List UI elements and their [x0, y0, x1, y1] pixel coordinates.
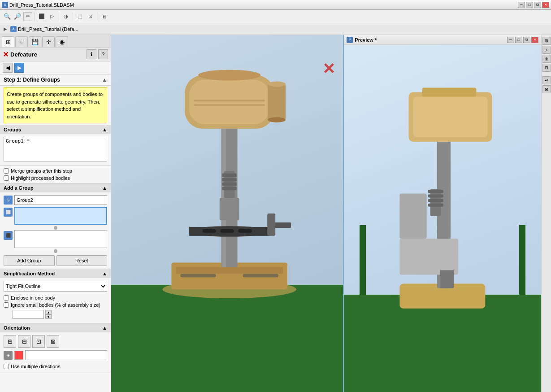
percent-row: 0.00% ▲ ▼ — [4, 309, 107, 320]
tree-expand-btn[interactable]: ▶ — [2, 26, 9, 33]
orient-btn-top[interactable]: ⊟ — [18, 335, 30, 348]
drag-dot-2 — [54, 249, 57, 253]
restore-btn[interactable]: ⧉ — [534, 2, 541, 8]
add-group-btn[interactable]: Add Group — [4, 255, 55, 266]
tab-circle[interactable]: ◉ — [56, 36, 68, 47]
rs-btn-4[interactable]: ⊟ — [542, 64, 551, 72]
drag-dot-1 — [54, 226, 57, 230]
help-btn[interactable]: ? — [98, 49, 108, 59]
toolbar-btn-2[interactable]: 🔎 — [13, 12, 22, 21]
toolbar-sep-4 — [97, 12, 97, 21]
enclose-checkbox[interactable] — [4, 295, 9, 301]
ignore-small-row: Ignore small bodies (% of assembly size) — [4, 301, 107, 309]
toolbar-btn-3[interactable]: ✏ — [23, 12, 32, 21]
add-reset-row: Add Group Reset — [4, 255, 107, 266]
toolbar-btn-8[interactable]: ⊡ — [86, 12, 95, 21]
reset-btn[interactable]: Reset — [56, 255, 108, 266]
panel-tabs: ⊞ ≡ 💾 ✛ ◉ — [0, 35, 111, 48]
color-input[interactable] — [25, 350, 107, 360]
back-btn[interactable]: ◀ — [3, 63, 13, 73]
forward-btn[interactable]: ▶ — [14, 63, 24, 73]
preview-close[interactable]: ✕ — [531, 37, 538, 43]
simplification-label: Simplification Method — [4, 271, 55, 276]
merge-checkbox-row: Merge groups after this step — [4, 167, 107, 174]
toolbar-btn-7[interactable]: ⬚ — [75, 12, 84, 21]
preview-restore[interactable]: ⧉ — [523, 37, 530, 43]
drill-press-preview — [364, 62, 521, 316]
feature-manager-bar: ▶ A Drill_Press_Tutorial (Defa... — [0, 23, 551, 35]
tab-plus[interactable]: ✛ — [42, 36, 55, 47]
groups-section-content: Group1 * — [0, 134, 111, 166]
app-title: Drill_Press_Tutorial.SLDASM — [9, 2, 74, 8]
tab-properties[interactable]: ≡ — [15, 36, 28, 47]
preview-maximize[interactable]: □ — [515, 37, 522, 43]
orient-btn-right[interactable]: ⊡ — [32, 335, 45, 348]
minimize-btn[interactable]: ─ — [518, 2, 525, 8]
app-icon: S — [2, 2, 8, 8]
groups-list[interactable]: Group1 * — [4, 137, 107, 161]
close-btn[interactable]: ✕ — [542, 2, 549, 8]
svg-point-25 — [198, 70, 260, 81]
multiple-dir-checkbox[interactable] — [4, 364, 9, 369]
percent-up-btn[interactable]: ▲ — [45, 310, 52, 314]
groups-section-header[interactable]: Groups ▲ — [0, 125, 111, 134]
rs-btn-3[interactable]: ◎ — [542, 55, 551, 63]
toolbar-btn-1[interactable]: 🔍 — [3, 12, 12, 21]
percent-input[interactable]: 0.00% — [13, 310, 44, 319]
toolbar-btn-4[interactable]: ⬛ — [37, 12, 46, 21]
rs-btn-5[interactable]: ↩ — [542, 76, 551, 84]
color-swatch-row: ◈ — [4, 350, 107, 360]
viewport-close-x[interactable]: ✕ — [322, 60, 335, 78]
toolbar-btn-9[interactable]: 🖥 — [100, 12, 108, 21]
preview-controls: ─ □ ⧉ ✕ — [507, 37, 538, 43]
orient-btn-front[interactable]: ⊞ — [4, 335, 16, 348]
multiple-directions-row: Use multiple directions — [4, 363, 107, 370]
assembly-label: Drill_Press_Tutorial (Defa... — [18, 26, 78, 32]
highlight-checkbox-row: Highlight processed bodies — [4, 174, 107, 182]
svg-rect-35 — [428, 190, 443, 193]
toolbar-btn-6[interactable]: ◑ — [61, 12, 70, 21]
orient-btn-iso[interactable]: ⊠ — [47, 335, 59, 348]
info-btn[interactable]: ℹ — [87, 49, 96, 59]
tab-config[interactable]: 💾 — [29, 36, 41, 47]
add-group-icon-2: ⬜ — [4, 208, 13, 217]
groups-collapse-icon: ▲ — [102, 127, 107, 132]
svg-rect-4 — [243, 274, 278, 277]
title-bar: S Drill_Press_Tutorial.SLDASM ─ □ ⧉ ✕ — [0, 0, 551, 10]
maximize-btn[interactable]: □ — [526, 2, 533, 8]
step1-info-box: Create groups of components and bodies t… — [4, 87, 107, 123]
toolbar-btn-5[interactable]: ▷ — [48, 12, 56, 21]
left-panel: ⊞ ≡ 💾 ✛ ◉ ✕ Defeature ℹ ? ◀ ▶ Step 1: De… — [0, 35, 111, 392]
group-name-input[interactable] — [14, 195, 107, 205]
svg-rect-24 — [194, 104, 265, 106]
add-group-header[interactable]: Add a Group ▲ — [0, 183, 111, 192]
main-toolbar: 🔍 🔎 ✏ ⬛ ▷ ◑ ⬚ ⊡ 🖥 — [0, 10, 551, 23]
add-group-content: G ⬜ ⬛ — [0, 192, 111, 269]
svg-rect-33 — [400, 193, 427, 239]
preview-minimize[interactable]: ─ — [507, 37, 514, 43]
percent-down-btn[interactable]: ▼ — [45, 314, 52, 319]
method-select[interactable]: Tight Fit Outline — [4, 281, 107, 292]
ignore-small-checkbox[interactable] — [4, 302, 9, 308]
svg-point-27 — [268, 82, 286, 87]
close-icon[interactable]: ✕ — [3, 50, 9, 59]
svg-rect-23 — [194, 100, 265, 101]
merge-checkbox[interactable] — [4, 168, 9, 174]
color-swatch[interactable] — [14, 351, 23, 360]
rs-btn-1[interactable]: ⊞ — [542, 37, 551, 45]
highlight-checkbox[interactable] — [4, 175, 9, 181]
tab-feature-manager[interactable]: ⊞ — [2, 36, 14, 47]
color-icon: ◈ — [4, 351, 13, 360]
rs-btn-6[interactable]: ⊠ — [542, 85, 551, 93]
window-controls: ─ □ ⧉ ✕ — [518, 2, 549, 8]
svg-rect-14 — [220, 198, 239, 220]
step1-collapse-icon[interactable]: ▲ — [102, 77, 107, 83]
simplification-header[interactable]: Simplification Method ▲ — [0, 269, 111, 278]
rs-btn-2[interactable]: ▷ — [542, 46, 551, 54]
blue-selection-box[interactable] — [14, 207, 107, 225]
drill-press-model — [134, 39, 325, 307]
normal-selection-box[interactable] — [14, 230, 107, 248]
right-sidebar: ⊞ ▷ ◎ ⊟ ↩ ⊠ — [541, 35, 551, 392]
toolbar-sep-2 — [59, 12, 59, 21]
orientation-header[interactable]: Orientation ▲ — [0, 323, 111, 332]
